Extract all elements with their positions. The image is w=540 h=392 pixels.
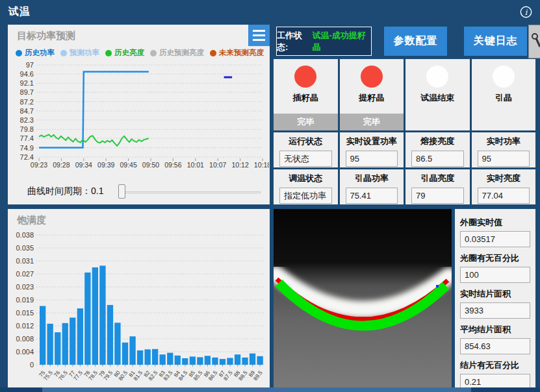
legend-item[interactable]: 预测功率 [60, 48, 99, 58]
field-value-input[interactable] [411, 151, 464, 167]
legend-label: 历史预测亮度 [159, 48, 204, 58]
curve-period-slider-track[interactable] [120, 191, 261, 193]
field-value-input[interactable] [279, 188, 332, 204]
vision-field-label: 结片有无百分比 [460, 360, 530, 371]
svg-text:0.008: 0.008 [16, 335, 34, 343]
saturation-panel: 饱满度 0.0380.0350.0310.0270.0230.0190.0150… [8, 209, 270, 388]
svg-text:94.6: 94.6 [20, 70, 34, 78]
svg-text:85.5: 85.5 [192, 369, 204, 382]
curve-period-row: 曲线时间周期：0.1 [8, 183, 270, 202]
field-value-input[interactable] [346, 151, 398, 167]
legend-dot-icon [16, 50, 22, 56]
svg-text:09:23: 09:23 [31, 161, 47, 169]
legend-dot-icon [60, 50, 67, 56]
svg-text:0.023: 0.023 [16, 283, 34, 291]
svg-text:09:34: 09:34 [75, 161, 92, 169]
svg-text:81.5: 81.5 [132, 369, 144, 382]
curve-period-value: 0.1 [91, 186, 103, 196]
info-icon[interactable]: i [519, 5, 533, 19]
legend-item[interactable]: 未来预测亮度 [210, 48, 264, 58]
svg-text:09:28: 09:28 [53, 161, 70, 169]
svg-text:0.015: 0.015 [16, 309, 34, 317]
key-logs-button[interactable]: 关键日志 [464, 27, 527, 56]
horizontal-scrollbar[interactable] [0, 387, 540, 392]
field-label: 引晶功率 [340, 173, 404, 184]
svg-text:75.5: 75.5 [42, 369, 54, 382]
stage-card: 试温结束 [405, 59, 470, 130]
field-label: 实时功率 [472, 136, 536, 147]
legend-label: 未来预测亮度 [219, 48, 264, 58]
stage-card: 引晶 [472, 59, 536, 130]
stage-label: 提籽晶 [340, 92, 404, 104]
field-label: 引晶亮度 [405, 173, 470, 184]
status-field: 调温状态 [274, 169, 338, 204]
field-label: 实时亮度 [472, 173, 536, 184]
hamburger-menu-icon[interactable] [248, 25, 270, 46]
status-field: 引晶功率 [340, 169, 404, 204]
legend-item[interactable]: 历史亮度 [105, 48, 144, 58]
field-value-input[interactable] [411, 188, 464, 204]
legend-label: 预测功率 [70, 48, 99, 58]
work-status-box: 工作状态: 试温-成功提籽晶 [276, 27, 372, 56]
stage-label: 引晶 [472, 92, 536, 104]
field-value-input[interactable] [346, 188, 398, 204]
stage-card: 插籽晶完毕 [274, 59, 338, 130]
status-fields-grid: 运行状态实时设置功率熔接亮度实时功率调温状态引晶功率引晶亮度实时亮度 [274, 132, 535, 204]
svg-text:79.5: 79.5 [102, 369, 114, 382]
svg-text:78.5: 78.5 [87, 369, 99, 382]
stage-status-icon [294, 66, 316, 88]
svg-text:09:50: 09:50 [142, 161, 159, 169]
legend-item[interactable]: 历史功率 [16, 48, 55, 58]
status-field: 运行状态 [274, 132, 338, 167]
status-field: 熔接亮度 [405, 132, 470, 167]
svg-text:74.9: 74.9 [20, 144, 34, 152]
svg-text:87.2: 87.2 [20, 98, 34, 106]
svg-text:0: 0 [30, 361, 34, 369]
status-field: 引晶亮度 [405, 169, 470, 204]
field-value-input[interactable] [478, 188, 530, 204]
panel-title-power: 目标功率预测 [17, 30, 75, 42]
svg-text:89.7: 89.7 [20, 88, 34, 96]
stage-done-button[interactable]: 完毕 [274, 114, 338, 130]
svg-text:84.7: 84.7 [20, 107, 34, 115]
svg-text:88.5: 88.5 [237, 369, 249, 382]
svg-text:80.5: 80.5 [117, 369, 129, 382]
vision-field-input[interactable] [460, 338, 530, 354]
info-icon-glyph: i [519, 5, 533, 19]
stage-status-icon [361, 66, 383, 88]
meniscus-image [274, 209, 452, 388]
vision-field-label: 外圈实时值 [460, 217, 530, 228]
vision-fields-column: 外圈实时值光圈有无百分比实时结片面积平均结片面积结片有无百分比 [455, 209, 535, 388]
svg-text:82.3: 82.3 [20, 116, 34, 124]
vision-field-input[interactable] [460, 231, 530, 247]
page-title: 试温 [8, 5, 31, 19]
chart-legend: 历史功率预测功率历史亮度历史预测亮度未来预测亮度 [16, 48, 264, 58]
vision-field-label: 实时结片面积 [460, 288, 530, 300]
svg-text:87.5: 87.5 [222, 369, 234, 382]
stage-status-icon [493, 66, 515, 88]
svg-text:72.4: 72.4 [20, 153, 34, 161]
power-prediction-panel: 目标功率预测 历史功率预测功率历史亮度历史预测亮度未来预测亮度 9794.692… [8, 25, 270, 204]
legend-dot-icon [150, 50, 157, 56]
vision-field-input[interactable] [460, 302, 530, 319]
legend-item[interactable]: 历史预测亮度 [150, 48, 204, 58]
status-field: 实时功率 [472, 132, 536, 167]
svg-text:10:01: 10:01 [187, 161, 204, 169]
params-config-button[interactable]: 参数配置 [384, 27, 447, 56]
svg-text:0.012: 0.012 [16, 322, 34, 330]
svg-text:09:39: 09:39 [97, 161, 114, 169]
legend-dot-icon [105, 50, 112, 56]
svg-text:84.5: 84.5 [177, 369, 188, 382]
curve-period-slider-handle[interactable] [118, 184, 125, 199]
vision-field-input[interactable] [460, 267, 530, 283]
panel-title-saturation: 饱满度 [17, 214, 46, 227]
stage-done-button[interactable]: 完毕 [340, 114, 404, 130]
svg-text:77.4: 77.4 [20, 134, 34, 142]
svg-text:0.038: 0.038 [16, 231, 34, 239]
tool-icon[interactable] [528, 25, 540, 58]
legend-dot-icon [210, 50, 216, 56]
scrollbar-thumb[interactable] [42, 387, 471, 392]
svg-text:0.019: 0.019 [16, 296, 34, 304]
field-value-input[interactable] [478, 151, 530, 167]
field-value-input[interactable] [279, 151, 332, 167]
